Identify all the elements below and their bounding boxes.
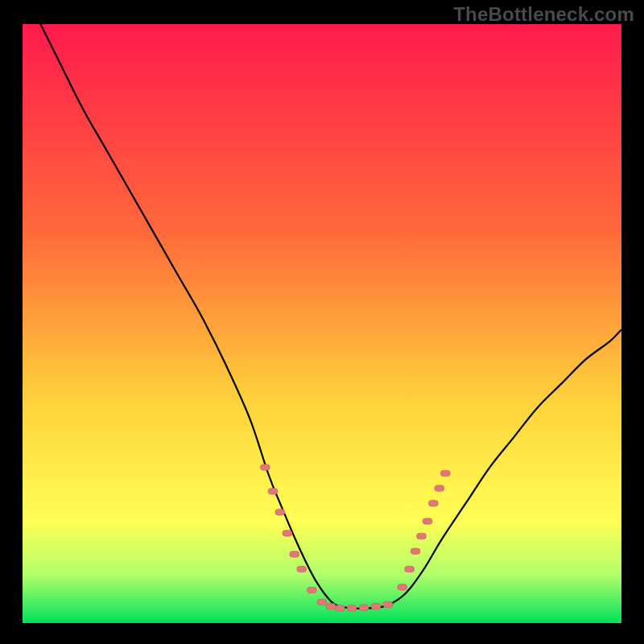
curve-marker xyxy=(398,584,407,591)
gradient-background xyxy=(23,24,621,623)
curve-marker xyxy=(317,599,327,605)
curve-marker xyxy=(411,548,420,555)
curve-marker xyxy=(405,566,415,572)
curve-marker xyxy=(423,518,432,525)
plot-area xyxy=(23,24,621,623)
curve-marker xyxy=(417,533,427,539)
curve-marker xyxy=(347,605,357,612)
curve-marker xyxy=(335,605,345,612)
curve-marker xyxy=(275,510,285,516)
curve-marker xyxy=(428,500,438,506)
chart-svg xyxy=(23,24,621,623)
curve-marker xyxy=(290,551,299,558)
curve-marker xyxy=(268,489,278,495)
curve-marker xyxy=(435,485,444,492)
curve-marker xyxy=(440,470,450,477)
curve-marker xyxy=(260,464,270,471)
curve-marker xyxy=(326,603,336,609)
curve-marker xyxy=(359,605,369,611)
curve-marker xyxy=(297,566,307,572)
curve-marker xyxy=(383,601,393,608)
curve-marker xyxy=(371,603,381,609)
chart-container: TheBottleneck.com xyxy=(0,0,644,644)
curve-marker xyxy=(283,530,292,537)
watermark-label: TheBottleneck.com xyxy=(453,3,634,26)
curve-marker xyxy=(307,587,316,593)
